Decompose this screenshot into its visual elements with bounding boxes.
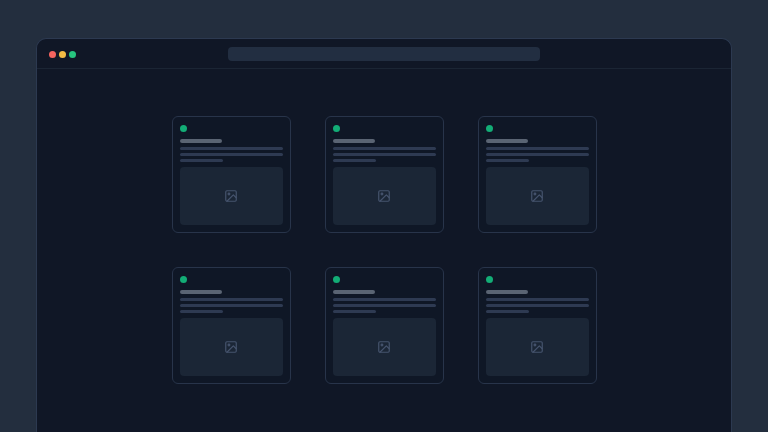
text-line-skeleton bbox=[180, 147, 283, 150]
address-bar[interactable] bbox=[228, 47, 540, 61]
text-line-skeleton bbox=[333, 153, 436, 156]
image-icon bbox=[224, 340, 238, 354]
status-dot bbox=[486, 276, 493, 283]
text-line-skeleton bbox=[180, 310, 223, 313]
close-button[interactable] bbox=[49, 51, 56, 58]
image-placeholder bbox=[486, 167, 589, 225]
window-controls bbox=[49, 39, 76, 69]
card-grid bbox=[172, 116, 597, 384]
window-content bbox=[37, 69, 731, 384]
text-line-skeleton bbox=[180, 298, 283, 301]
text-line-skeleton bbox=[333, 298, 436, 301]
text-line-skeleton bbox=[486, 159, 529, 162]
status-dot bbox=[486, 125, 493, 132]
text-line-skeleton bbox=[486, 147, 589, 150]
placeholder-card[interactable] bbox=[478, 116, 597, 233]
text-line-skeleton bbox=[486, 153, 589, 156]
title-skeleton bbox=[486, 290, 528, 294]
image-placeholder bbox=[180, 318, 283, 376]
text-line-skeleton bbox=[333, 147, 436, 150]
text-line-skeleton bbox=[486, 298, 589, 301]
text-line-skeleton bbox=[333, 159, 376, 162]
title-skeleton bbox=[333, 290, 375, 294]
placeholder-card[interactable] bbox=[172, 267, 291, 384]
text-line-skeleton bbox=[180, 159, 223, 162]
status-dot bbox=[180, 125, 187, 132]
placeholder-card[interactable] bbox=[325, 116, 444, 233]
text-line-skeleton bbox=[333, 304, 436, 307]
image-icon bbox=[224, 189, 238, 203]
desktop-background bbox=[0, 0, 768, 432]
image-placeholder bbox=[486, 318, 589, 376]
text-line-skeleton bbox=[333, 310, 376, 313]
placeholder-card[interactable] bbox=[325, 267, 444, 384]
text-line-skeleton bbox=[180, 153, 283, 156]
image-icon bbox=[530, 340, 544, 354]
text-line-skeleton bbox=[486, 304, 589, 307]
image-icon bbox=[377, 189, 391, 203]
image-icon bbox=[530, 189, 544, 203]
image-placeholder bbox=[333, 318, 436, 376]
status-dot bbox=[333, 276, 340, 283]
window-titlebar bbox=[37, 39, 731, 69]
text-line-skeleton bbox=[486, 310, 529, 313]
minimize-button[interactable] bbox=[59, 51, 66, 58]
status-dot bbox=[333, 125, 340, 132]
status-dot bbox=[180, 276, 187, 283]
browser-window bbox=[36, 38, 732, 432]
title-skeleton bbox=[333, 139, 375, 143]
title-skeleton bbox=[486, 139, 528, 143]
image-icon bbox=[377, 340, 391, 354]
maximize-button[interactable] bbox=[69, 51, 76, 58]
placeholder-card[interactable] bbox=[478, 267, 597, 384]
placeholder-card[interactable] bbox=[172, 116, 291, 233]
text-line-skeleton bbox=[180, 304, 283, 307]
image-placeholder bbox=[180, 167, 283, 225]
title-skeleton bbox=[180, 290, 222, 294]
image-placeholder bbox=[333, 167, 436, 225]
title-skeleton bbox=[180, 139, 222, 143]
